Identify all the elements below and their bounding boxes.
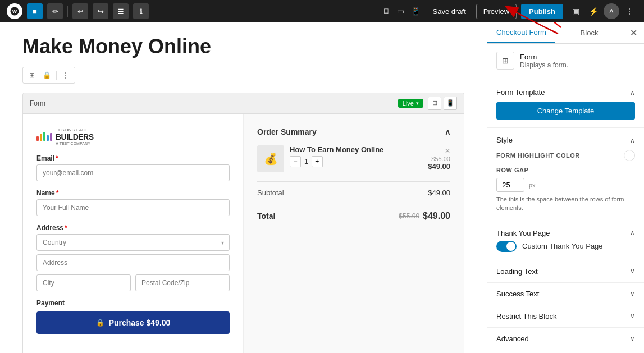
restrict-block-row[interactable]: Restrict This Block ∨ [487, 305, 644, 328]
advanced-collapse: ∨ [630, 334, 635, 342]
topbar-right: 🖥 ▭ 📱 Save draft Preview Publish ▣ ⚡ A ⋮ [380, 3, 637, 19]
block-more-btn[interactable]: ⋮ [59, 70, 71, 81]
order-item-price: ✕ $55.00 $49.00 [428, 145, 450, 171]
form-block-label: Form [30, 99, 45, 107]
topbar-right-icons: ▣ ⚡ A ⋮ [568, 3, 637, 19]
tab-block[interactable]: Block [555, 23, 623, 43]
highlight-color-picker[interactable] [624, 150, 635, 161]
list-view-btn[interactable]: ☰ [113, 3, 129, 19]
sidebar-form-text: Form Displays a form. [520, 53, 568, 69]
desktop-view-btn[interactable]: 🖥 [380, 4, 392, 18]
loading-text-row[interactable]: Loading Text ∨ [487, 260, 644, 283]
style-title: Style [496, 136, 513, 144]
block-type-btn[interactable]: ⊞ [26, 70, 38, 81]
order-divider [257, 181, 450, 182]
row-gap-label: ROW GAP [496, 167, 635, 173]
block-lock-btn[interactable]: 🔒 [40, 70, 54, 81]
restrict-collapse: ∨ [630, 312, 635, 320]
undo-btn[interactable]: ↩ [72, 3, 88, 19]
toggle-knob [506, 242, 515, 251]
block-editor-toggle[interactable]: ■ [27, 3, 43, 19]
tablet-view-btn[interactable]: ▭ [395, 4, 407, 18]
preview-button[interactable]: Preview [476, 4, 517, 19]
form-mobile-icon[interactable]: 📱 [444, 97, 457, 110]
redo-btn[interactable]: ↪ [93, 3, 108, 19]
address-row [36, 274, 230, 291]
name-field-group: Name * [36, 189, 230, 216]
wordpress-logo[interactable]: W [7, 3, 22, 19]
sidebar-form-text-sub: Displays a form. [520, 61, 568, 69]
sidebar-form-icon-row: ⊞ Form Displays a form. [496, 52, 635, 70]
style-header[interactable]: Style ∧ [496, 136, 635, 144]
tab-checkout-form[interactable]: Checkout Form [487, 22, 555, 43]
qty-increase-btn[interactable]: + [312, 156, 323, 167]
total-label: Total [257, 212, 275, 221]
total-current: $49.00 [423, 211, 450, 221]
name-required: * [56, 189, 59, 197]
row-gap-input[interactable] [496, 178, 524, 192]
address-input[interactable] [36, 254, 230, 271]
form-template-toggle: ∧ [630, 89, 635, 97]
payment-label: Payment [36, 299, 230, 307]
sidebar-style-section: Style ∧ FORM HIGHLIGHT COLOR ROW GAP px [487, 128, 644, 221]
logo-bar-4 [47, 135, 49, 141]
name-input[interactable] [36, 199, 230, 216]
order-item-qty: − 1 + [290, 156, 422, 167]
order-item: 💰 How To Earn Money Online − 1 + ✕ [257, 145, 450, 172]
change-template-button[interactable]: Change Template [496, 102, 635, 120]
live-badge[interactable]: Live ▾ [398, 99, 423, 108]
form-highlight-label: FORM HIGHLIGHT COLOR [496, 150, 635, 161]
subtotal-row: Subtotal $49.00 [257, 189, 450, 197]
form-logo-text: TESTING PAGE BUILDERS A TEST COMPANY [36, 127, 230, 145]
sidebar-form-icon-box: ⊞ [496, 52, 514, 70]
success-text-row[interactable]: Success Text ∨ [487, 283, 644, 305]
city-input[interactable] [36, 274, 131, 291]
sidebar-form-section: ⊞ Form Displays a form. [487, 44, 644, 80]
form-right: Order Summary ∧ 💰 How To Earn Money Onli… [244, 114, 464, 353]
qty-value: 1 [304, 158, 308, 166]
custom-thankyou-label: Custom Thank You Page [522, 242, 603, 250]
form-template-content: Change Template [496, 102, 635, 120]
loading-text-collapse: ∨ [630, 267, 635, 275]
more-options-btn[interactable]: ⋮ [622, 3, 637, 19]
block-toolbar: ⊞ 🔒 ⋮ [22, 67, 75, 84]
save-draft-button[interactable]: Save draft [427, 4, 472, 19]
edit-icon-btn[interactable]: ✏ [47, 3, 63, 19]
form-template-header[interactable]: Form Template ∧ [496, 88, 635, 97]
thankyou-toggle: ∧ [630, 229, 635, 237]
details-btn[interactable]: ℹ [133, 3, 149, 19]
sidebar-close-btn[interactable]: ✕ [623, 23, 644, 43]
country-select[interactable] [36, 234, 230, 251]
logo-sub-text: A TEST COMPANY [56, 141, 94, 145]
style-content: FORM HIGHLIGHT COLOR ROW GAP px The this… [496, 150, 635, 213]
advanced-row[interactable]: Advanced ∨ [487, 328, 644, 350]
email-input[interactable] [36, 164, 230, 181]
loading-text-title: Loading Text [496, 267, 538, 276]
form-header-right: Live ▾ ⊞ 📱 [398, 97, 457, 110]
email-label: Email * [36, 154, 230, 162]
item-remove-btn[interactable]: ✕ [445, 147, 450, 155]
form-desktop-icon[interactable]: ⊞ [428, 97, 441, 110]
success-text-collapse: ∨ [630, 290, 635, 297]
order-item-name: How To Earn Money Online [290, 145, 422, 154]
purchase-button[interactable]: 🔒 Purchase $49.00 [36, 311, 230, 334]
logo-bar-5 [50, 133, 52, 141]
custom-thankyou-row: Custom Thank You Page [496, 241, 635, 252]
custom-thankyou-toggle[interactable] [496, 241, 517, 252]
order-item-details: How To Earn Money Online − 1 + [290, 145, 422, 167]
form-block: Form Live ▾ ⊞ 📱 [22, 93, 464, 353]
mobile-view-btn[interactable]: 📱 [409, 4, 423, 18]
device-icons: 🖥 ▭ 📱 [380, 4, 423, 18]
svg-text:W: W [12, 8, 17, 14]
thankyou-title: Thank You Page [496, 229, 550, 237]
bolt-icon-btn[interactable]: ⚡ [586, 3, 601, 19]
publish-button[interactable]: Publish [521, 4, 563, 19]
payment-group: Payment 🔒 Purchase $49.00 [36, 299, 230, 334]
thankyou-header[interactable]: Thank You Page ∧ [496, 229, 635, 237]
postal-input[interactable] [135, 274, 230, 291]
qty-decrease-btn[interactable]: − [290, 156, 301, 167]
user-avatar-btn[interactable]: A [604, 3, 619, 19]
page-title[interactable]: Make Money Online [22, 34, 464, 60]
sidebar-toggle-btn[interactable]: ▣ [568, 3, 583, 19]
row-gap-help: The this is the space between the rows o… [496, 195, 635, 213]
